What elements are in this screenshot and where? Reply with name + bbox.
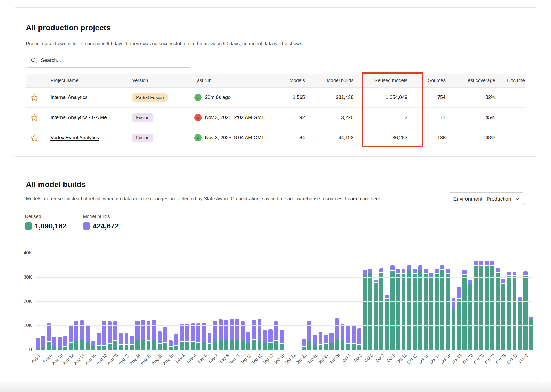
- reused-segment[interactable]: [513, 276, 517, 350]
- search-input[interactable]: [40, 57, 187, 64]
- model-builds-segment[interactable]: [235, 319, 239, 340]
- reused-segment[interactable]: [213, 340, 217, 350]
- project-name-link[interactable]: Vortex Event Analytics: [50, 135, 99, 140]
- reused-segment[interactable]: [268, 343, 273, 350]
- model-builds-segment[interactable]: [258, 319, 262, 340]
- model-builds-segment[interactable]: [496, 268, 500, 273]
- reused-segment[interactable]: [252, 340, 256, 350]
- reused-segment[interactable]: [324, 344, 328, 350]
- favorite-star-icon[interactable]: [26, 134, 43, 142]
- column-header-project-name[interactable]: Project name: [43, 78, 125, 83]
- model-builds-segment[interactable]: [108, 321, 112, 344]
- model-builds-segment[interactable]: [424, 269, 428, 274]
- model-builds-segment[interactable]: [191, 323, 195, 342]
- model-builds-segment[interactable]: [452, 298, 456, 309]
- reused-segment[interactable]: [119, 345, 123, 350]
- column-header-model-builds[interactable]: Model builds: [307, 78, 356, 83]
- model-builds-segment[interactable]: [252, 320, 256, 340]
- model-builds-segment[interactable]: [485, 261, 489, 266]
- model-builds-segment[interactable]: [152, 320, 156, 340]
- model-builds-segment[interactable]: [379, 268, 383, 273]
- model-builds-segment[interactable]: [141, 320, 145, 340]
- model-builds-segment[interactable]: [529, 317, 533, 319]
- model-builds-segment[interactable]: [230, 319, 234, 340]
- reused-segment[interactable]: [379, 273, 383, 350]
- reused-segment[interactable]: [241, 340, 245, 350]
- model-builds-segment[interactable]: [147, 321, 151, 341]
- model-builds-segment[interactable]: [63, 336, 68, 347]
- reused-segment[interactable]: [74, 340, 78, 350]
- model-builds-segment[interactable]: [341, 324, 345, 340]
- reused-segment[interactable]: [319, 345, 323, 350]
- model-builds-segment[interactable]: [446, 269, 450, 274]
- reused-segment[interactable]: [407, 270, 411, 350]
- reused-segment[interactable]: [529, 319, 533, 350]
- column-header-documentation[interactable]: Documentation: [497, 78, 525, 83]
- reused-segment[interactable]: [180, 342, 184, 350]
- model-builds-segment[interactable]: [329, 333, 334, 343]
- environment-dropdown[interactable]: Environment Production: [448, 192, 525, 205]
- model-builds-segment[interactable]: [513, 272, 517, 276]
- reused-segment[interactable]: [280, 344, 284, 350]
- model-builds-segment[interactable]: [169, 340, 173, 347]
- reused-segment[interactable]: [47, 342, 51, 350]
- model-builds-segment[interactable]: [41, 336, 45, 348]
- model-builds-segment[interactable]: [185, 324, 189, 342]
- model-builds-segment[interactable]: [407, 265, 411, 270]
- column-header-version[interactable]: Version: [125, 78, 187, 83]
- reused-segment[interactable]: [518, 300, 522, 350]
- reused-segment[interactable]: [440, 270, 444, 350]
- reused-segment[interactable]: [219, 340, 223, 350]
- model-builds-segment[interactable]: [474, 261, 478, 266]
- reused-segment[interactable]: [196, 343, 201, 350]
- model-builds-segment[interactable]: [219, 319, 223, 340]
- column-header-models[interactable]: Models: [266, 78, 307, 83]
- model-builds-segment[interactable]: [58, 337, 62, 347]
- model-builds-segment[interactable]: [91, 341, 95, 346]
- model-builds-segment[interactable]: [213, 321, 217, 340]
- model-builds-segment[interactable]: [468, 280, 472, 284]
- model-builds-segment[interactable]: [440, 265, 444, 270]
- reused-segment[interactable]: [258, 340, 262, 350]
- project-name-link[interactable]: Internal Analytics - GA Me...: [50, 115, 111, 120]
- model-builds-segment[interactable]: [429, 273, 433, 277]
- reused-segment[interactable]: [468, 284, 472, 350]
- reused-segment[interactable]: [130, 345, 134, 350]
- model-builds-segment[interactable]: [224, 320, 228, 340]
- reused-segment[interactable]: [158, 344, 162, 350]
- reused-segment[interactable]: [263, 343, 267, 350]
- reused-segment[interactable]: [413, 274, 417, 350]
- reused-segment[interactable]: [474, 266, 478, 350]
- model-builds-segment[interactable]: [125, 333, 129, 345]
- model-builds-segment[interactable]: [69, 326, 73, 343]
- model-builds-segment[interactable]: [208, 333, 212, 344]
- reused-segment[interactable]: [452, 309, 456, 350]
- project-name-link[interactable]: Internal Analytics: [50, 95, 87, 100]
- model-builds-segment[interactable]: [158, 331, 162, 344]
- model-builds-segment[interactable]: [307, 321, 311, 341]
- reused-segment[interactable]: [69, 343, 73, 350]
- model-builds-segment[interactable]: [163, 327, 167, 343]
- reused-segment[interactable]: [185, 342, 189, 350]
- reused-segment[interactable]: [102, 346, 106, 350]
- model-builds-segment[interactable]: [52, 337, 56, 347]
- column-header-test-coverage[interactable]: Test coverage: [448, 78, 497, 83]
- model-builds-segment[interactable]: [135, 321, 140, 340]
- model-builds-segment[interactable]: [413, 269, 417, 274]
- reused-segment[interactable]: [402, 274, 406, 350]
- reused-segment[interactable]: [108, 344, 112, 350]
- reused-segment[interactable]: [507, 276, 511, 350]
- model-builds-segment[interactable]: [196, 323, 201, 343]
- reused-segment[interactable]: [224, 340, 228, 350]
- model-builds-segment[interactable]: [352, 326, 356, 344]
- model-builds-segment[interactable]: [457, 287, 461, 299]
- model-builds-segment[interactable]: [174, 334, 178, 346]
- reused-segment[interactable]: [418, 270, 422, 350]
- reused-segment[interactable]: [435, 274, 439, 350]
- model-builds-segment[interactable]: [324, 335, 328, 344]
- model-builds-segment[interactable]: [490, 261, 494, 266]
- model-builds-segment[interactable]: [518, 297, 522, 300]
- model-builds-segment[interactable]: [357, 328, 361, 345]
- reused-segment[interactable]: [235, 340, 239, 350]
- model-builds-segment[interactable]: [363, 270, 367, 275]
